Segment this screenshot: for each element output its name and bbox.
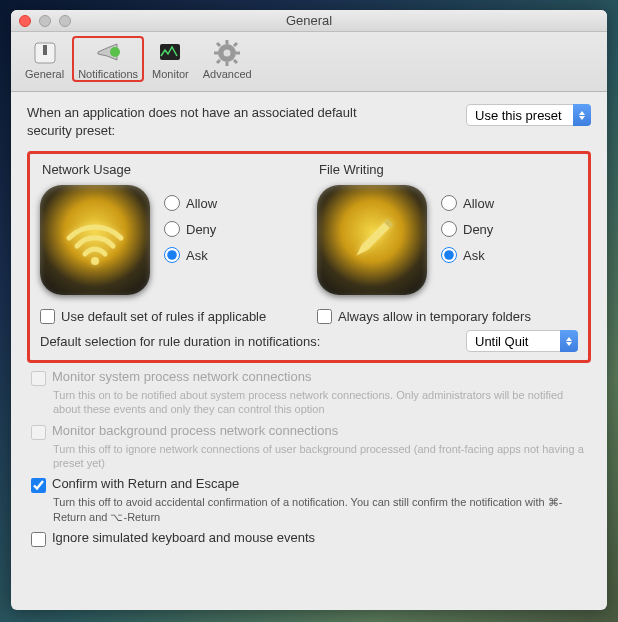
svg-point-2 (110, 47, 120, 57)
network-allow-radio[interactable]: Allow (164, 195, 217, 211)
default-rules-checkbox[interactable]: Use default set of rules if applicable (40, 309, 301, 324)
tab-advanced[interactable]: Advanced (197, 36, 258, 80)
confirm-checkbox[interactable]: Confirm with Return and Escape (31, 476, 587, 493)
tab-monitor[interactable]: Monitor (146, 36, 195, 80)
file-writing-title: File Writing (319, 162, 578, 177)
lower-options: Monitor system process network connectio… (27, 369, 591, 547)
wifi-icon (40, 185, 150, 295)
preset-select-wrap: Use this preset (466, 104, 591, 126)
gear-icon (212, 38, 242, 68)
network-usage-title: Network Usage (42, 162, 301, 177)
svg-rect-1 (43, 45, 47, 55)
ignore-sim-checkbox[interactable]: Ignore simulated keyboard and mouse even… (31, 530, 587, 547)
monitor-system-option: Monitor system process network connectio… (31, 369, 587, 417)
file-deny-radio[interactable]: Deny (441, 221, 494, 237)
duration-row: Default selection for rule duration in n… (40, 330, 578, 352)
preferences-window: General General Notifications Monitor A (11, 10, 607, 610)
svg-line-10 (217, 43, 220, 46)
monitor-icon (155, 38, 185, 68)
temp-folders-checkbox[interactable]: Always allow in temporary folders (317, 309, 578, 324)
titlebar: General (11, 10, 607, 32)
window-title: General (11, 13, 607, 28)
monitor-bg-checkbox: Monitor background process network conne… (31, 423, 587, 440)
network-usage-group: Network Usage (40, 162, 301, 324)
confirm-option: Confirm with Return and Escape Turn this… (31, 476, 587, 524)
tab-general[interactable]: General (19, 36, 70, 80)
file-ask-radio[interactable]: Ask (441, 247, 494, 263)
svg-point-5 (224, 50, 231, 57)
svg-line-11 (234, 60, 237, 63)
svg-line-12 (234, 43, 237, 46)
preset-row: When an application does not have an ass… (27, 104, 591, 139)
megaphone-icon (93, 38, 123, 68)
duration-select[interactable]: Until Quit (466, 330, 578, 352)
highlighted-section: Network Usage (27, 151, 591, 363)
file-writing-group: File Writing (317, 162, 578, 324)
tab-notifications[interactable]: Notifications (72, 36, 144, 82)
monitor-system-checkbox: Monitor system process network connectio… (31, 369, 587, 386)
network-deny-radio[interactable]: Deny (164, 221, 217, 237)
file-allow-radio[interactable]: Allow (441, 195, 494, 211)
duration-label: Default selection for rule duration in n… (40, 334, 320, 349)
pencil-icon (317, 185, 427, 295)
toolbar: General Notifications Monitor Advanced (11, 32, 607, 92)
switch-icon (30, 38, 60, 68)
network-ask-radio[interactable]: Ask (164, 247, 217, 263)
preset-label: When an application does not have an ass… (27, 104, 367, 139)
ignore-sim-option: Ignore simulated keyboard and mouse even… (31, 530, 587, 547)
svg-point-14 (91, 257, 99, 265)
preset-select[interactable]: Use this preset (466, 104, 591, 126)
content-area: When an application does not have an ass… (11, 92, 607, 610)
svg-line-13 (217, 60, 220, 63)
monitor-bg-option: Monitor background process network conne… (31, 423, 587, 471)
duration-select-wrap: Until Quit (466, 330, 578, 352)
